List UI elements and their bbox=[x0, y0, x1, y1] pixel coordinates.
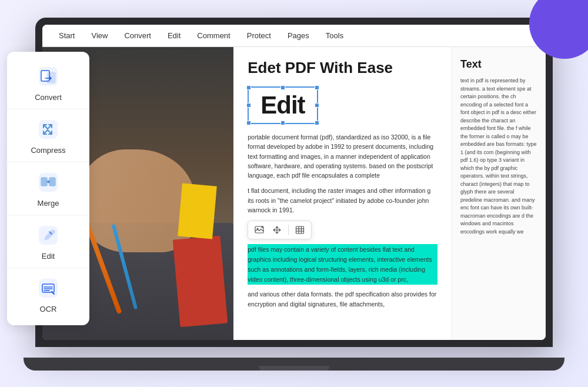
right-panel: Text text in pdf is represented by strea… bbox=[452, 47, 546, 340]
svg-rect-13 bbox=[49, 178, 55, 186]
svg-rect-2 bbox=[296, 226, 304, 233]
toolbar-separator bbox=[288, 225, 289, 235]
sidebar-item-ocr[interactable]: OCR bbox=[7, 268, 89, 321]
svg-rect-10 bbox=[39, 120, 58, 139]
laptop-base bbox=[24, 358, 564, 371]
menu-item-protect[interactable]: Protect bbox=[240, 29, 278, 42]
handle-br[interactable] bbox=[315, 121, 319, 125]
toolbar-image-icon[interactable] bbox=[253, 223, 266, 236]
toolbar-move-icon[interactable] bbox=[270, 223, 283, 236]
menu-item-convert[interactable]: Convert bbox=[117, 29, 158, 42]
convert-label: Convert bbox=[35, 93, 62, 102]
handle-tl[interactable] bbox=[246, 85, 251, 90]
highlighted-text: pdf files may contain a variety of conte… bbox=[248, 244, 437, 285]
compress-label: Compress bbox=[31, 146, 65, 155]
handle-mr[interactable] bbox=[315, 103, 319, 108]
toolbar-table-icon[interactable] bbox=[293, 223, 306, 236]
pdf-body-text-3: and various other data formats. the pdf … bbox=[248, 289, 437, 309]
menu-item-pages[interactable]: Pages bbox=[280, 29, 316, 42]
handle-bm[interactable] bbox=[280, 121, 285, 125]
edit-text: Edit bbox=[260, 91, 305, 119]
compress-icon bbox=[35, 116, 61, 142]
sidebar-item-merge[interactable]: Merge bbox=[7, 162, 89, 215]
photo-notebook bbox=[172, 235, 228, 327]
svg-rect-15 bbox=[39, 279, 58, 298]
edit-label: Edit bbox=[42, 252, 55, 261]
pdf-body-text-2: t flat document, including the raster im… bbox=[248, 186, 437, 215]
menu-item-tools[interactable]: Tools bbox=[319, 29, 350, 42]
menu-item-comment[interactable]: Comment bbox=[190, 29, 237, 42]
doc-area: Edet PDF With Ease Edit bbox=[42, 47, 546, 340]
right-panel-title: Text bbox=[460, 56, 537, 72]
sidebar-item-convert[interactable]: Convert bbox=[7, 56, 89, 109]
handle-tr[interactable] bbox=[315, 85, 319, 90]
handle-tm[interactable] bbox=[280, 85, 285, 90]
ocr-icon bbox=[35, 275, 61, 301]
menu-item-start[interactable]: Start bbox=[52, 29, 82, 42]
pdf-body-text-1: portable document format (pdf), standard… bbox=[248, 132, 437, 180]
merge-icon bbox=[35, 169, 61, 195]
edit-box[interactable]: Edit bbox=[248, 86, 318, 124]
photo-hand bbox=[81, 149, 195, 252]
sidebar-panel: Convert Compress Merge bbox=[7, 52, 89, 325]
main-area: Edet PDF With Ease Edit bbox=[42, 47, 546, 340]
pdf-section: Edet PDF With Ease Edit bbox=[233, 47, 452, 340]
edit-toolbar bbox=[248, 221, 312, 239]
handle-bl[interactable] bbox=[246, 121, 251, 125]
menu-item-view[interactable]: View bbox=[84, 29, 115, 42]
handle-ml[interactable] bbox=[246, 103, 251, 108]
laptop-wrapper: Start View Convert Edit Comment Protect … bbox=[35, 18, 553, 371]
edit-icon bbox=[35, 222, 61, 248]
photo-sticky-note bbox=[178, 184, 216, 239]
laptop-body: Start View Convert Edit Comment Protect … bbox=[35, 18, 553, 347]
pdf-title: Edet PDF With Ease bbox=[248, 59, 437, 77]
svg-rect-12 bbox=[41, 178, 47, 186]
menu-item-edit[interactable]: Edit bbox=[161, 29, 188, 42]
sidebar-item-compress[interactable]: Compress bbox=[7, 109, 89, 162]
merge-label: Merge bbox=[38, 199, 59, 208]
ocr-label: OCR bbox=[40, 305, 57, 313]
sidebar-item-edit[interactable]: Edit bbox=[7, 215, 89, 268]
right-panel-body: text in pdf is represented by streams. a… bbox=[460, 77, 537, 236]
menu-bar: Start View Convert Edit Comment Protect … bbox=[42, 25, 546, 47]
laptop-screen: Start View Convert Edit Comment Protect … bbox=[42, 25, 546, 340]
convert-icon bbox=[35, 64, 61, 89]
